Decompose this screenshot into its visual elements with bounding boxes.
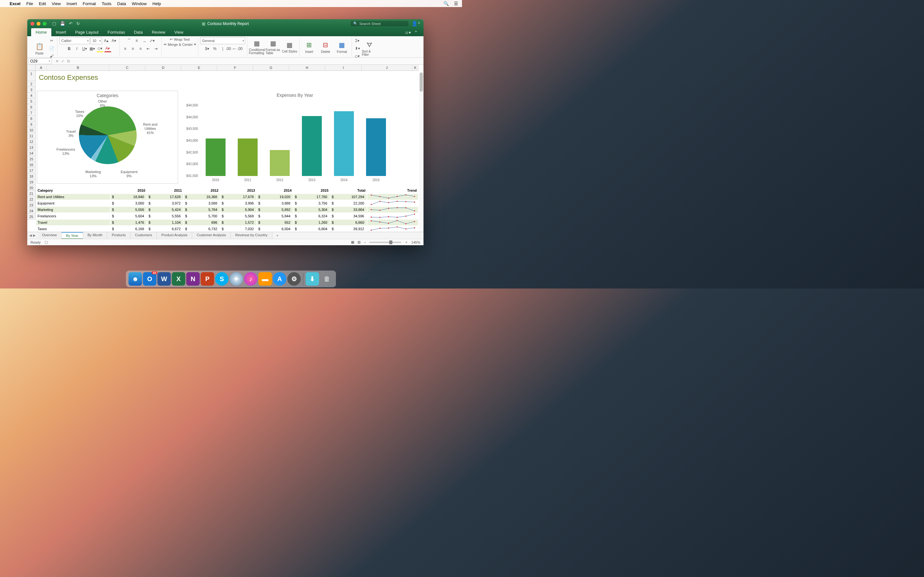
sheet-tab[interactable]: Product Analysis <box>157 232 192 239</box>
share-icon[interactable]: 👤⁺ <box>412 21 420 27</box>
value-cell[interactable]: $5,784 <box>184 207 220 213</box>
row-header[interactable]: 9 <box>27 121 35 127</box>
row-header[interactable]: 22 <box>27 197 35 202</box>
dock-powerpoint[interactable]: P <box>201 272 214 285</box>
value-cell[interactable]: $6,804 <box>294 226 330 232</box>
sparkline-cell[interactable] <box>367 200 418 206</box>
dock-ibooks[interactable]: ▬ <box>258 272 272 285</box>
row-header[interactable]: 16 <box>27 162 35 168</box>
row-header[interactable]: 21 <box>27 191 35 197</box>
value-cell[interactable]: $34,596 <box>330 213 367 219</box>
category-cell[interactable]: Travel <box>36 219 110 226</box>
sparkline-cell[interactable] <box>367 207 418 213</box>
percent-icon[interactable]: % <box>212 45 218 52</box>
add-sheet-button[interactable]: ＋ <box>272 233 282 238</box>
table-header[interactable]: 2014 <box>257 187 293 193</box>
col-header[interactable]: D <box>145 65 181 71</box>
value-cell[interactable]: $3,000 <box>111 200 147 206</box>
view-page-layout-icon[interactable]: ▥ <box>357 240 360 244</box>
dock-outlook[interactable]: O22 <box>143 272 157 285</box>
align-left-icon[interactable]: ≡ <box>121 45 129 52</box>
view-normal-icon[interactable]: ▦ <box>351 240 354 244</box>
currency-icon[interactable]: $▾ <box>204 45 211 52</box>
value-cell[interactable]: $5,700 <box>184 213 220 219</box>
menu-window[interactable]: Window <box>132 1 147 6</box>
table-header[interactable]: Category <box>36 187 110 193</box>
value-cell[interactable]: $1,476 <box>111 219 147 226</box>
zoom-level[interactable]: 145% <box>411 240 420 244</box>
row-header[interactable]: 20 <box>27 185 35 191</box>
font-size-dropdown[interactable]: 10 <box>90 37 102 44</box>
dock-word[interactable]: W <box>158 272 171 285</box>
dock-excel[interactable]: X <box>172 272 186 285</box>
value-cell[interactable]: $6,324 <box>294 213 330 219</box>
number-format-dropdown[interactable]: General <box>200 37 245 44</box>
value-cell[interactable]: $39,912 <box>330 226 367 232</box>
value-cell[interactable]: $1,260 <box>294 219 330 226</box>
menu-insert[interactable]: Insert <box>66 1 77 6</box>
value-cell[interactable]: $5,844 <box>257 213 293 219</box>
category-cell[interactable]: Marketing <box>36 207 110 213</box>
increase-font-icon[interactable]: A▴ <box>103 37 110 44</box>
align-bottom-icon[interactable]: ⎽ <box>141 37 148 44</box>
table-header[interactable]: 2010 <box>111 187 147 193</box>
tab-insert[interactable]: Insert <box>51 28 71 36</box>
value-cell[interactable]: $16,368 <box>184 194 220 200</box>
row-header[interactable]: 19 <box>27 179 35 185</box>
value-cell[interactable]: $17,760 <box>294 194 330 200</box>
next-sheet-icon[interactable]: ▶ <box>33 234 36 237</box>
row-header[interactable]: 4 <box>27 93 35 98</box>
dock-trash[interactable]: 🗑 <box>320 272 334 285</box>
col-header[interactable]: J <box>362 65 412 71</box>
row-header[interactable]: 25 <box>27 214 35 219</box>
sheet-tab[interactable]: Customers <box>131 232 157 239</box>
fill-color-button[interactable]: ◇▾ <box>97 45 103 52</box>
table-header[interactable]: 2015 <box>294 187 330 193</box>
border-button[interactable]: ▦▾ <box>89 45 96 52</box>
value-cell[interactable]: $3,996 <box>220 200 256 206</box>
value-cell[interactable]: $33,864 <box>330 207 367 213</box>
enter-formula-icon[interactable]: ✓ <box>61 59 65 63</box>
name-box[interactable]: O29▾ <box>29 58 52 64</box>
menu-file[interactable]: File <box>26 1 33 6</box>
dock-finder[interactable]: ☻ <box>129 272 142 285</box>
col-header[interactable]: C <box>110 65 145 71</box>
value-cell[interactable]: $552 <box>257 219 293 226</box>
zoom-button[interactable] <box>43 22 47 26</box>
tab-data[interactable]: Data <box>129 28 147 36</box>
value-cell[interactable]: $3,888 <box>257 200 293 206</box>
save-icon[interactable]: 💾 <box>60 21 65 26</box>
sheet-tab[interactable]: Products <box>107 232 130 239</box>
table-row[interactable]: Freelancers$5,604$5,556$5,700$5,568$5,84… <box>36 213 418 219</box>
row-header[interactable]: 13 <box>27 145 35 150</box>
value-cell[interactable]: $1,104 <box>147 219 183 226</box>
value-cell[interactable]: $6,660 <box>330 219 367 226</box>
sheet-tab[interactable]: Customer Analysis <box>192 232 231 239</box>
qat-page-icon[interactable]: ▢ <box>52 21 56 26</box>
row-header[interactable]: 10 <box>27 127 35 133</box>
row-header[interactable]: 17 <box>27 168 35 173</box>
value-cell[interactable]: $1,572 <box>220 219 256 226</box>
dock-appstore[interactable]: A <box>273 272 286 285</box>
menu-tools[interactable]: Tools <box>102 1 111 6</box>
value-cell[interactable]: $5,304 <box>294 207 330 213</box>
value-cell[interactable]: $5,424 <box>147 207 183 213</box>
select-all-corner[interactable] <box>27 65 36 71</box>
value-cell[interactable]: $7,032 <box>220 226 256 232</box>
value-cell[interactable]: $6,732 <box>184 226 220 232</box>
table-header[interactable]: Trend <box>367 187 418 193</box>
close-button[interactable] <box>31 22 34 26</box>
expenses-table[interactable]: Category201020112012201320142015TotalTre… <box>36 187 419 232</box>
redo-icon[interactable]: ↻ <box>76 21 80 26</box>
app-menu[interactable]: Excel <box>10 1 21 6</box>
zoom-in-icon[interactable]: ＋ <box>405 240 408 245</box>
underline-button[interactable]: U▾ <box>81 45 88 52</box>
align-center-icon[interactable]: ≡ <box>129 45 136 52</box>
fx-icon[interactable]: fx <box>67 59 70 63</box>
dock-downloads[interactable]: ⬇ <box>306 272 319 285</box>
dock-itunes[interactable]: ♪ <box>244 272 258 285</box>
value-cell[interactable]: $5,556 <box>147 213 183 219</box>
category-cell[interactable]: Rent and Utilities <box>36 194 110 200</box>
sheet-tab[interactable]: Revenue by Country <box>231 232 272 239</box>
row-header[interactable]: 3 <box>27 87 35 93</box>
